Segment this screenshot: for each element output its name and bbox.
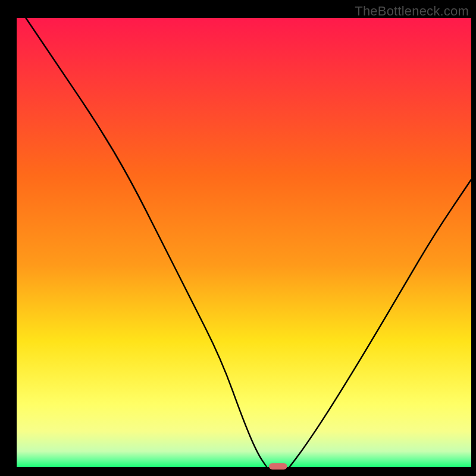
- chart-frame: TheBottleneck.com: [0, 0, 476, 476]
- watermark-text: TheBottleneck.com: [355, 4, 469, 19]
- bottleneck-chart: [0, 0, 476, 476]
- plot-background: [17, 18, 471, 467]
- bottom-marker: [269, 463, 287, 469]
